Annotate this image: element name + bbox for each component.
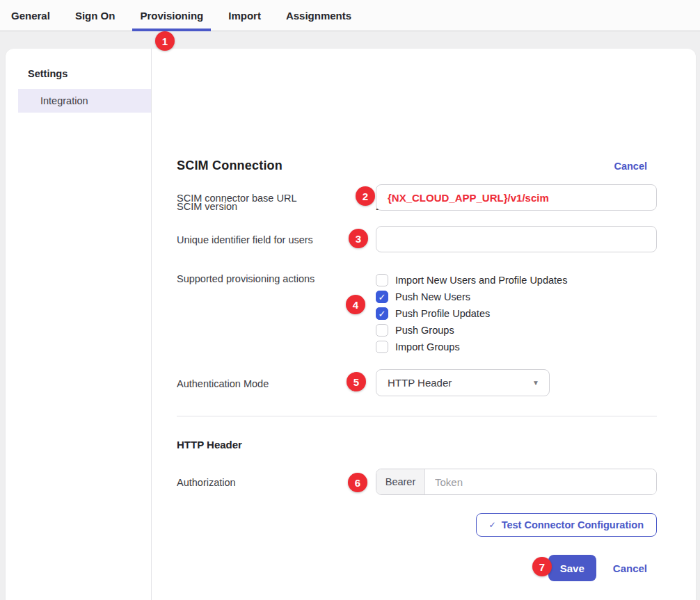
authorization-label: Authorization [177, 469, 376, 495]
checkbox-label: Import Groups [395, 341, 460, 352]
annotation-badge-6: 6 [348, 473, 367, 492]
checkbox-checked-icon[interactable]: ✓ [376, 291, 388, 303]
test-connector-configuration-button[interactable]: ✓ Test Connector Configuration [476, 513, 657, 537]
checkbox-row-push-new-users[interactable]: ✓Push New Users [376, 289, 567, 305]
base-url-input[interactable] [376, 184, 657, 211]
annotation-badge-7: 7 [532, 557, 552, 576]
checkmark-icon: ✓ [379, 293, 386, 302]
checkbox-row-push-groups[interactable]: ✓Push Groups [376, 322, 567, 339]
save-button[interactable]: Save [548, 555, 596, 581]
tab-import[interactable]: Import [228, 0, 261, 31]
tab-bar: GeneralSign OnProvisioningImportAssignme… [0, 0, 700, 31]
authentication-mode-value: HTTP Header [388, 377, 452, 389]
page-title: SCIM Connection [177, 159, 283, 173]
checkbox-label: Push New Users [395, 291, 470, 302]
tab-sign-on[interactable]: Sign On [75, 0, 116, 31]
checkbox-checked-icon[interactable]: ✓ [376, 307, 388, 320]
authorization-token-input[interactable] [425, 469, 656, 494]
page: { "tabs": [ {"label": "General", "active… [0, 0, 700, 600]
authentication-mode-select[interactable]: HTTP Header ▼ [376, 369, 550, 396]
sidebar-heading: Settings [6, 68, 151, 89]
unique-identifier-label: Unique identifier field for users [177, 226, 376, 252]
header-cancel-link[interactable]: Cancel [614, 161, 647, 172]
checkbox-row-import-new-users-and-profile-updates[interactable]: ✓Import New Users and Profile Updates [376, 272, 567, 289]
chevron-down-icon: ▼ [532, 379, 539, 387]
footer-cancel-link[interactable]: Cancel [613, 562, 647, 574]
checkbox-row-import-groups[interactable]: ✓Import Groups [376, 339, 567, 355]
test-button-label: Test Connector Configuration [502, 519, 644, 530]
checkmark-icon: ✓ [379, 309, 386, 318]
scim-connection-form: SCIM Connection Cancel SCIM version 2.0 … [152, 49, 696, 600]
authorization-input-group: Bearer [376, 469, 657, 495]
provisioning-actions-label: Supported provisioning actions [177, 272, 376, 355]
annotation-badge-5: 5 [347, 372, 366, 391]
settings-sidebar: Settings Integration [6, 49, 152, 600]
annotation-badge-3: 3 [349, 229, 368, 248]
sidebar-item-label: Integration [40, 95, 88, 106]
checkbox-label: Push Groups [395, 325, 454, 336]
tab-provisioning[interactable]: Provisioning [140, 0, 203, 31]
checkmark-icon: ✓ [489, 520, 496, 530]
checkbox-unchecked-icon[interactable]: ✓ [376, 341, 388, 353]
checkbox-row-push-profile-updates[interactable]: ✓Push Profile Updates [376, 305, 567, 322]
base-url-label: SCIM connector base URL [177, 184, 376, 211]
provisioning-actions-list: ✓Import New Users and Profile Updates✓Pu… [376, 272, 567, 355]
annotation-badge-1: 1 [155, 31, 175, 51]
checkbox-label: Import New Users and Profile Updates [395, 275, 567, 286]
checkbox-unchecked-icon[interactable]: ✓ [376, 274, 388, 286]
http-header-section-heading: HTTP Header [177, 439, 242, 451]
sidebar-item-integration[interactable]: Integration [18, 89, 151, 113]
provisioning-card: Settings Integration SCIM Connection Can… [6, 49, 696, 600]
section-divider [177, 416, 657, 416]
tab-general[interactable]: General [11, 0, 50, 31]
checkbox-unchecked-icon[interactable]: ✓ [376, 324, 388, 337]
checkbox-label: Push Profile Updates [395, 308, 490, 319]
tab-list: GeneralSign OnProvisioningImportAssignme… [11, 0, 376, 31]
annotation-badge-4: 4 [346, 295, 365, 314]
annotation-badge-2: 2 [356, 186, 375, 206]
unique-identifier-input[interactable] [376, 226, 657, 252]
authorization-prefix: Bearer [376, 469, 425, 494]
tab-assignments[interactable]: Assignments [286, 0, 351, 31]
